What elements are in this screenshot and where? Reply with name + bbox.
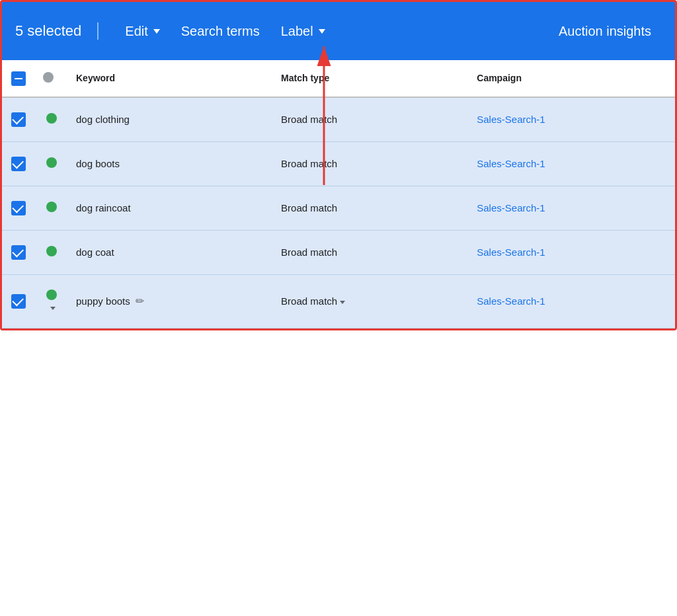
campaign-cell[interactable]: Sales-Search-1: [469, 274, 675, 328]
match-type-text: Broad match: [281, 202, 337, 213]
match-type-text: Broad match: [281, 158, 337, 169]
edit-pencil-icon[interactable]: ✏: [136, 295, 144, 307]
table-row: dog coatBroad matchSales-Search-1: [2, 230, 675, 274]
keyword-text: dog clothing: [76, 114, 130, 125]
edit-label: Edit: [125, 24, 147, 39]
status-cell: [35, 97, 68, 142]
campaign-link[interactable]: Sales-Search-1: [477, 202, 545, 213]
table-row: dog raincoatBroad matchSales-Search-1: [2, 186, 675, 230]
row-checkbox[interactable]: [11, 157, 26, 171]
match-type-cell: Broad match: [273, 141, 469, 186]
keyword-text: dog boots: [76, 158, 120, 169]
campaign-link[interactable]: Sales-Search-1: [477, 247, 545, 258]
row-checkbox[interactable]: [11, 294, 26, 309]
status-header: [35, 60, 68, 97]
edit-caret-icon: [153, 29, 160, 34]
keywords-table: Keyword Match type Campaign dog clothing…: [2, 60, 675, 328]
status-caret-icon[interactable]: [50, 307, 56, 310]
checkbox-cell[interactable]: [2, 97, 35, 142]
table-row: dog bootsBroad matchSales-Search-1: [2, 141, 675, 186]
status-cell: [35, 141, 68, 186]
label-caret-icon: [319, 29, 325, 34]
checkbox-cell[interactable]: [2, 274, 35, 328]
match-type-cell: Broad match: [273, 230, 469, 274]
keyword-cell: dog clothing: [68, 97, 273, 142]
table-header-row: Keyword Match type Campaign: [2, 60, 675, 97]
keyword-cell: dog boots: [68, 141, 273, 186]
keyword-cell: dog raincoat: [68, 186, 273, 230]
match-type-caret-icon[interactable]: [340, 301, 345, 304]
match-type-text: Broad match: [281, 295, 337, 307]
row-checkbox[interactable]: [11, 112, 26, 127]
match-type-text: Broad match: [281, 114, 337, 125]
keyword-text: dog raincoat: [76, 202, 131, 213]
checkbox-cell[interactable]: [2, 230, 35, 274]
table-row: puppy boots✏Broad matchSales-Search-1: [2, 274, 675, 328]
selected-count: 5 selected: [15, 22, 99, 40]
checkbox-cell[interactable]: [2, 141, 35, 186]
campaign-cell[interactable]: Sales-Search-1: [469, 230, 675, 274]
status-dot: [46, 157, 57, 168]
label-text: Label: [281, 24, 313, 39]
select-all-checkbox[interactable]: [11, 71, 26, 86]
keyword-text: dog coat: [76, 247, 114, 258]
keyword-header[interactable]: Keyword: [68, 60, 273, 97]
row-checkbox[interactable]: [11, 201, 26, 215]
campaign-header[interactable]: Campaign: [469, 60, 675, 97]
match-type-cell: Broad match: [273, 274, 469, 328]
keyword-text: puppy boots: [76, 295, 130, 307]
match-type-cell: Broad match: [273, 186, 469, 230]
match-type-cell: Broad match: [273, 97, 469, 142]
status-dot: [46, 289, 57, 300]
status-cell: [35, 230, 68, 274]
status-dot: [46, 202, 57, 212]
checkbox-cell[interactable]: [2, 186, 35, 230]
action-bar: 5 selected Edit Search terms Label Aucti…: [2, 2, 675, 60]
match-type-header[interactable]: Match type: [273, 60, 469, 97]
campaign-link[interactable]: Sales-Search-1: [477, 158, 545, 169]
edit-button[interactable]: Edit: [114, 19, 170, 44]
keyword-cell: puppy boots✏: [68, 274, 273, 328]
match-type-text: Broad match: [281, 247, 337, 258]
select-all-header[interactable]: [2, 60, 35, 97]
search-terms-button[interactable]: Search terms: [171, 19, 270, 44]
status-dot: [46, 246, 57, 256]
label-button[interactable]: Label: [270, 19, 336, 44]
campaign-link[interactable]: Sales-Search-1: [477, 114, 545, 125]
table-row: dog clothingBroad matchSales-Search-1: [2, 97, 675, 142]
status-dot: [46, 113, 57, 124]
status-header-dot: [43, 72, 54, 83]
keyword-cell: dog coat: [68, 230, 273, 274]
auction-insights-button[interactable]: Auction insights: [548, 19, 662, 44]
row-checkbox[interactable]: [11, 245, 26, 260]
campaign-link[interactable]: Sales-Search-1: [477, 295, 545, 307]
campaign-cell[interactable]: Sales-Search-1: [469, 186, 675, 230]
status-cell: [35, 274, 68, 328]
campaign-cell[interactable]: Sales-Search-1: [469, 141, 675, 186]
campaign-cell[interactable]: Sales-Search-1: [469, 97, 675, 142]
status-cell: [35, 186, 68, 230]
